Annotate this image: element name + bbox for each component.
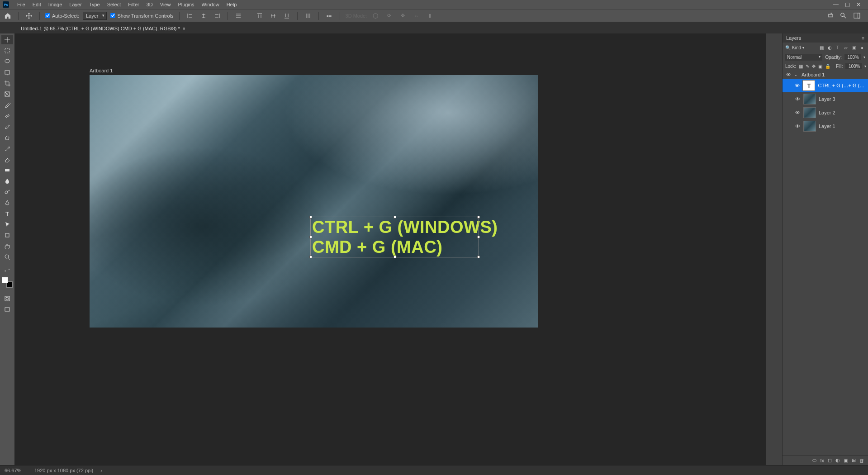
quick-mask-tool[interactable] [1, 294, 13, 303]
align-left-icon[interactable] [185, 11, 195, 21]
3d-orbit-icon[interactable]: ◯ [370, 11, 380, 21]
zoom-tool[interactable] [1, 252, 13, 261]
filter-kind-dropdown[interactable]: 🔍 Kind ▾ [785, 45, 804, 50]
object-select-tool[interactable] [1, 68, 13, 77]
panel-menu-icon[interactable]: ≡ [862, 36, 864, 41]
pen-tool[interactable] [1, 198, 13, 207]
handle-top-left[interactable] [309, 216, 312, 218]
menu-3d[interactable]: 3D [143, 2, 157, 7]
gradient-tool[interactable] [1, 166, 13, 175]
filter-shape-icon[interactable]: ▱ [843, 44, 849, 51]
document-tab[interactable]: Untitled-1 @ 66.7% (CTRL + G (WINDOWS) C… [16, 24, 190, 33]
menu-layer[interactable]: Layer [66, 2, 85, 7]
3d-roll-icon[interactable]: ⟳ [384, 11, 394, 21]
layer-thumbnail[interactable] [803, 94, 816, 104]
filter-type-icon[interactable]: T [835, 44, 841, 51]
align-vcenter-icon[interactable] [268, 11, 278, 21]
show-transform-checkbox[interactable]: Show Transform Controls [110, 13, 173, 19]
menu-file[interactable]: File [14, 2, 29, 7]
align-bottom-icon[interactable] [282, 11, 292, 21]
filter-smart-icon[interactable]: ▣ [851, 44, 857, 51]
lock-pixels-icon[interactable]: ✎ [806, 64, 809, 69]
history-brush-tool[interactable] [1, 144, 13, 153]
expand-caret-icon[interactable]: ⌄ [794, 73, 799, 77]
layer-style-icon[interactable]: fx [820, 458, 824, 463]
close-button[interactable]: ✕ [856, 1, 861, 8]
minimize-button[interactable]: — [833, 1, 839, 8]
home-icon[interactable] [3, 11, 13, 21]
share-icon[interactable] [825, 11, 835, 21]
menu-window[interactable]: Window [198, 2, 223, 7]
screen-mode-tool[interactable] [1, 305, 13, 314]
color-swap-icon[interactable] [1, 268, 13, 272]
blend-mode-dropdown[interactable]: Normal [785, 54, 822, 61]
chevron-down-icon[interactable]: ▾ [864, 64, 866, 68]
eraser-tool[interactable] [1, 155, 13, 164]
handle-mid-right[interactable] [477, 236, 480, 238]
layer-artboard[interactable]: 👁 ⌄ Artboard 1 [783, 71, 868, 79]
eyedropper-tool[interactable] [1, 100, 13, 109]
handle-bottom-left[interactable] [309, 256, 312, 258]
delete-layer-icon[interactable]: 🗑 [859, 458, 864, 463]
lock-transparency-icon[interactable]: ▦ [799, 64, 803, 69]
lock-all-icon[interactable]: 🔒 [825, 64, 830, 69]
handle-bottom-center[interactable] [394, 256, 396, 258]
menu-view[interactable]: View [157, 2, 175, 7]
filter-pixel-icon[interactable]: ▦ [818, 44, 825, 51]
layer-item[interactable]: 👁 Layer 3 [783, 92, 868, 106]
lasso-tool[interactable] [1, 57, 13, 66]
foreground-color-swatch[interactable] [2, 277, 8, 283]
path-select-tool[interactable] [1, 220, 13, 229]
hand-tool[interactable] [1, 242, 13, 251]
menu-edit[interactable]: Edit [29, 2, 45, 7]
lock-position-icon[interactable]: ✥ [812, 64, 816, 69]
adjustment-layer-icon[interactable]: ◐ [835, 457, 840, 463]
opacity-value[interactable]: 100% [844, 54, 861, 60]
visibility-toggle-icon[interactable]: 👁 [794, 83, 800, 88]
brush-tool[interactable] [1, 122, 13, 131]
layers-panel-header[interactable]: Layers ≡ [783, 33, 868, 43]
link-layers-icon[interactable]: ⬭ [812, 457, 816, 463]
layer-item[interactable]: 👁 Layer 1 [783, 119, 868, 133]
dodge-tool[interactable] [1, 187, 13, 196]
align-right-icon[interactable] [212, 11, 222, 21]
distribute-icon[interactable] [233, 11, 243, 21]
handle-mid-left[interactable] [309, 236, 312, 238]
3d-pan-icon[interactable]: ✥ [398, 11, 408, 21]
distribute-v-icon[interactable] [303, 11, 313, 21]
color-swatches[interactable] [2, 277, 13, 288]
tab-close-icon[interactable]: × [183, 26, 185, 31]
menu-image[interactable]: Image [45, 2, 66, 7]
3d-slide-icon[interactable]: ↔ [411, 11, 421, 21]
more-options-icon[interactable]: ••• [324, 11, 334, 21]
layer-item[interactable]: 👁 Layer 2 [783, 106, 868, 119]
clone-tool[interactable] [1, 133, 13, 142]
fill-value[interactable]: 100% [845, 63, 862, 69]
handle-bottom-right[interactable] [477, 256, 480, 258]
healing-tool[interactable] [1, 111, 13, 120]
align-top-icon[interactable] [255, 11, 265, 21]
menu-help[interactable]: Help [223, 2, 241, 7]
blur-tool[interactable] [1, 176, 13, 185]
show-transform-input[interactable] [110, 13, 115, 18]
move-tool[interactable] [1, 35, 13, 44]
menu-plugins[interactable]: Plugins [174, 2, 198, 7]
layer-thumbnail[interactable]: T [802, 80, 815, 91]
menu-filter[interactable]: Filter [124, 2, 142, 7]
document-dimensions[interactable]: 1920 px x 1080 px (72 ppi) [34, 468, 93, 473]
transform-bounding-box[interactable] [310, 217, 479, 257]
crop-tool[interactable] [1, 79, 13, 88]
layer-mask-icon[interactable]: ◻ [828, 457, 832, 463]
move-tool-icon[interactable] [24, 11, 34, 21]
frame-tool[interactable] [1, 90, 13, 99]
handle-top-center[interactable] [394, 216, 396, 218]
workspace-icon[interactable] [852, 11, 862, 21]
group-layers-icon[interactable]: ▣ [844, 457, 848, 463]
collapsed-panel-strip[interactable] [766, 33, 782, 465]
status-caret-icon[interactable]: › [100, 468, 102, 473]
auto-select-input[interactable] [45, 13, 50, 18]
menu-type[interactable]: Type [85, 2, 104, 7]
menu-select[interactable]: Select [104, 2, 125, 7]
search-icon[interactable] [838, 11, 848, 21]
visibility-toggle-icon[interactable]: 👁 [794, 96, 801, 102]
